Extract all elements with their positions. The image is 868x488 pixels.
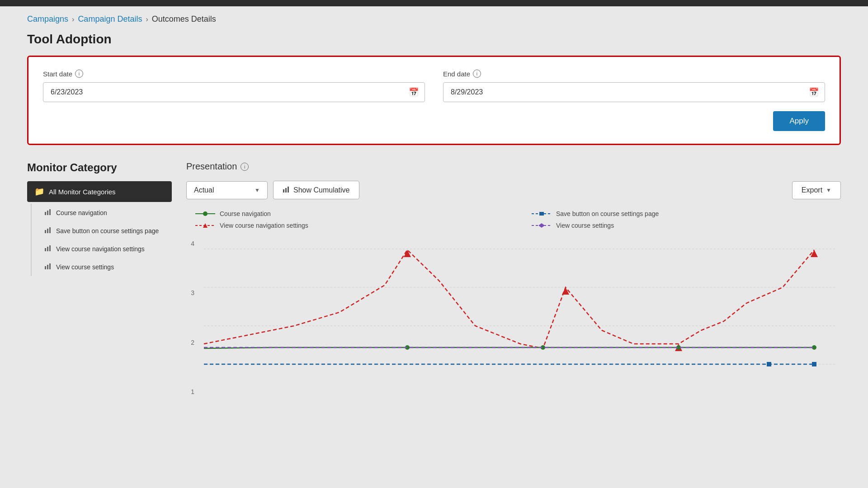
chart-controls: Actual ▼ Show Cumulative Export ▼ <box>186 181 841 199</box>
show-cumulative-button[interactable]: Show Cumulative <box>273 181 359 199</box>
sidebar-all-label: All Monitor Categories <box>49 188 116 196</box>
y-axis-4: 4 <box>186 240 194 247</box>
svg-rect-5 <box>49 227 51 233</box>
legend-label-save-btn: Save button on course settings page <box>556 210 659 217</box>
bar-chart-icon <box>283 186 290 194</box>
svg-rect-35 <box>767 362 771 366</box>
y-axis-3: 3 <box>186 289 194 296</box>
monitor-section: Monitor Category 📁 All Monitor Categorie… <box>27 161 841 395</box>
course-navigation-label: Course navigation <box>56 209 107 216</box>
legend-line-view-course-settings <box>532 222 552 229</box>
main-content: Tool Adoption Start date i 📅 End date i <box>0 32 868 413</box>
svg-marker-22 <box>538 223 545 228</box>
y-axis-2: 2 <box>186 339 194 346</box>
legend-item-course-nav: Course navigation <box>195 210 505 217</box>
end-date-label: End date i <box>443 70 825 78</box>
svg-rect-14 <box>288 187 289 192</box>
svg-rect-3 <box>45 230 46 233</box>
breadcrumb-sep-2: › <box>146 15 148 23</box>
sidebar-item-view-course-nav-settings[interactable]: View course navigation settings <box>31 240 172 258</box>
chart-icon-1 <box>44 208 52 217</box>
svg-rect-9 <box>45 266 46 269</box>
chart-icon-2 <box>44 226 52 235</box>
chart-svg <box>200 240 841 394</box>
start-date-info-icon[interactable]: i <box>75 70 83 78</box>
presentation-title: Presentation <box>186 161 237 172</box>
end-date-input[interactable] <box>443 82 825 102</box>
chart-icon-3 <box>44 244 52 253</box>
end-date-input-wrapper: 📅 <box>443 82 825 102</box>
svg-rect-7 <box>47 247 48 251</box>
svg-rect-11 <box>49 263 51 269</box>
start-date-input-wrapper: 📅 <box>43 82 425 102</box>
start-date-input[interactable] <box>43 82 425 102</box>
y-axis: 4 3 2 1 <box>186 240 200 395</box>
breadcrumb: Campaigns › Campaign Details › Outcomes … <box>0 6 868 32</box>
svg-rect-1 <box>47 211 48 215</box>
breadcrumb-campaigns[interactable]: Campaigns <box>27 14 68 24</box>
y-axis-1: 1 <box>186 388 194 395</box>
chart-svg-container <box>200 240 841 395</box>
svg-rect-0 <box>45 212 46 215</box>
sidebar-item-course-navigation[interactable]: Course navigation <box>31 204 172 222</box>
tool-adoption-title: Tool Adoption <box>27 32 841 47</box>
export-label: Export <box>802 186 822 194</box>
svg-rect-36 <box>812 362 816 366</box>
end-date-calendar-icon[interactable]: 📅 <box>809 87 819 97</box>
svg-point-16 <box>203 211 208 216</box>
legend-line-view-nav-settings <box>195 222 215 229</box>
svg-rect-8 <box>49 245 51 251</box>
chart-area: Presentation i Actual ▼ Show Cumulative … <box>186 161 841 395</box>
svg-rect-10 <box>47 265 48 269</box>
save-button-label: Save button on course settings page <box>56 227 159 235</box>
view-course-settings-label: View course settings <box>56 263 114 271</box>
apply-row: Apply <box>43 111 825 131</box>
folder-icon: 📁 <box>34 187 44 197</box>
legend-label-view-nav-settings: View course navigation settings <box>220 222 308 229</box>
breadcrumb-outcomes-details: Outcomes Details <box>152 14 216 24</box>
date-filter-row: Start date i 📅 End date i 📅 <box>43 70 825 102</box>
start-date-label: Start date i <box>43 70 425 78</box>
svg-rect-2 <box>49 209 51 215</box>
apply-button[interactable]: Apply <box>773 111 825 131</box>
export-button[interactable]: Export ▼ <box>792 181 841 199</box>
monitor-category-title: Monitor Category <box>27 161 172 174</box>
actual-label: Actual <box>194 186 214 194</box>
svg-rect-12 <box>283 189 284 192</box>
presentation-info-icon[interactable]: i <box>241 163 249 171</box>
actual-chevron-icon: ▼ <box>255 187 260 193</box>
svg-rect-4 <box>47 229 48 233</box>
sidebar-item-save-button[interactable]: Save button on course settings page <box>31 222 172 240</box>
chart-wrapper: 4 3 2 1 <box>186 240 841 395</box>
svg-rect-18 <box>539 212 544 216</box>
date-filter-box: Start date i 📅 End date i 📅 <box>27 56 841 145</box>
chart-icon-4 <box>44 263 52 272</box>
legend-item-save-btn: Save button on course settings page <box>532 210 841 217</box>
svg-rect-13 <box>285 188 287 192</box>
breadcrumb-sep-1: › <box>72 15 74 23</box>
legend-item-view-course-settings: View course settings <box>532 222 841 229</box>
end-date-field: End date i 📅 <box>443 70 825 102</box>
show-cumulative-label: Show Cumulative <box>293 186 350 194</box>
start-date-calendar-icon[interactable]: 📅 <box>409 87 419 97</box>
sidebar: Monitor Category 📁 All Monitor Categorie… <box>27 161 172 276</box>
sidebar-item-all-monitor-categories[interactable]: 📁 All Monitor Categories <box>27 181 172 202</box>
actual-dropdown[interactable]: Actual ▼ <box>186 181 268 199</box>
chart-legend: Course navigation Save button on course … <box>186 210 841 229</box>
start-date-field: Start date i 📅 <box>43 70 425 102</box>
end-date-info-icon[interactable]: i <box>473 70 481 78</box>
legend-label-view-course-settings: View course settings <box>556 222 614 229</box>
svg-rect-6 <box>45 248 46 251</box>
top-bar <box>0 0 868 6</box>
view-course-nav-settings-label: View course navigation settings <box>56 245 145 253</box>
presentation-header: Presentation i <box>186 161 841 172</box>
legend-label-course-nav: Course navigation <box>220 210 271 217</box>
breadcrumb-campaign-details[interactable]: Campaign Details <box>78 14 142 24</box>
sidebar-item-view-course-settings[interactable]: View course settings <box>31 258 172 276</box>
export-chevron-icon: ▼ <box>826 187 831 193</box>
legend-line-save-btn <box>532 211 552 217</box>
legend-item-view-nav-settings: View course navigation settings <box>195 222 505 229</box>
legend-line-course-nav <box>195 211 215 217</box>
